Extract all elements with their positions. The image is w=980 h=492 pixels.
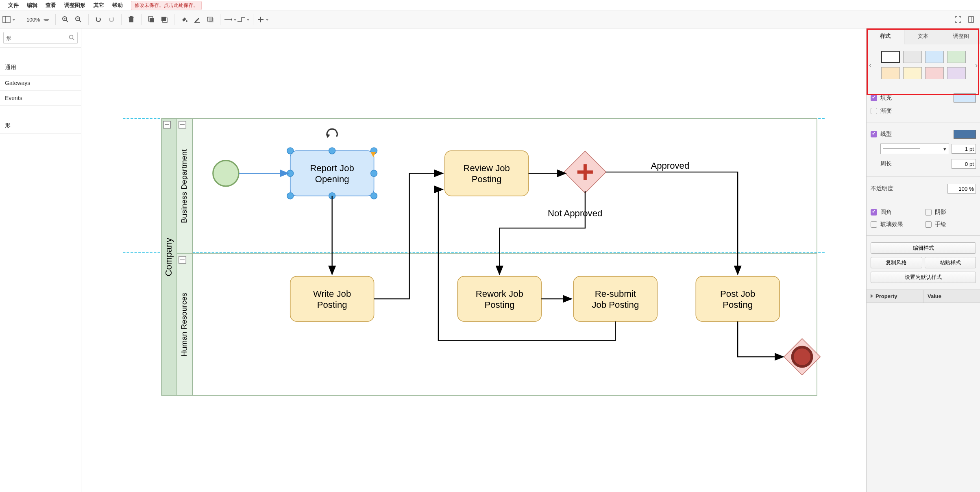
fill-checkbox[interactable] — [871, 95, 877, 101]
task-review-job-posting[interactable]: Review Job Posting — [445, 151, 529, 196]
rounded-checkbox[interactable] — [871, 209, 877, 216]
tab-arrange[interactable]: 调整图 — [942, 28, 980, 44]
menu-file[interactable]: 文件 — [4, 2, 23, 9]
shapes-panel: 通用 Gateways Events 形 — [0, 28, 81, 492]
view-mode-button[interactable] — [2, 14, 15, 25]
svg-point-50 — [371, 170, 377, 176]
line-style-select[interactable]: ▾ — [880, 144, 949, 154]
set-default-style-button[interactable]: 设置为默认样式 — [871, 272, 976, 283]
line-width-input[interactable] — [952, 144, 976, 154]
swatch-blue[interactable] — [925, 51, 944, 63]
undo-button[interactable] — [92, 14, 105, 25]
line-color-well[interactable] — [954, 130, 976, 139]
task-write-job-posting[interactable]: Write Job Posting — [290, 276, 374, 322]
swatch-purple[interactable] — [947, 67, 966, 79]
edge-approved-label: Approved — [651, 161, 689, 171]
task-resubmit-job-posting[interactable]: Re-submit Job Posting — [573, 276, 657, 322]
svg-line-3 — [66, 20, 68, 22]
chevron-down-icon — [12, 19, 15, 21]
sketch-checkbox[interactable] — [925, 221, 932, 228]
edit-style-button[interactable]: 编辑样式 — [871, 242, 976, 254]
search-icon[interactable] — [69, 35, 74, 41]
shadow-checkbox[interactable] — [925, 209, 932, 216]
swatch-green[interactable] — [947, 51, 966, 63]
to-back-button[interactable] — [158, 14, 171, 25]
chevron-down-icon — [233, 19, 237, 21]
task-rework-job-posting[interactable]: Rework Job Posting — [457, 276, 541, 322]
to-front-button[interactable] — [145, 14, 158, 25]
redo-button[interactable] — [105, 14, 118, 25]
insert-button[interactable] — [257, 14, 270, 25]
svg-rect-11 — [130, 16, 133, 17]
gradient-label: 渐变 — [880, 107, 892, 115]
svg-text:Post Job: Post Job — [720, 289, 755, 299]
shadow-button[interactable] — [204, 14, 217, 25]
svg-line-26 — [73, 39, 74, 40]
swatch-gray[interactable] — [903, 51, 922, 63]
line-checkbox[interactable] — [871, 131, 877, 137]
fill-color-well[interactable] — [954, 94, 976, 102]
edge-not-approved[interactable] — [499, 191, 585, 274]
svg-rect-69 — [696, 276, 780, 322]
svg-point-46 — [287, 148, 294, 154]
svg-rect-60 — [290, 276, 374, 322]
svg-line-7 — [79, 20, 81, 22]
menu-view[interactable]: 查看 — [41, 2, 60, 9]
svg-text:Write Job: Write Job — [313, 289, 351, 299]
delete-button[interactable] — [125, 14, 138, 25]
menu-help[interactable]: 帮助 — [108, 2, 127, 9]
swatch-white[interactable] — [881, 51, 900, 63]
category-general[interactable]: 通用 — [0, 60, 81, 76]
zoom-in-button[interactable] — [59, 14, 72, 25]
svg-text:Report Job: Report Job — [310, 163, 354, 173]
swatch-yellow[interactable] — [903, 67, 922, 79]
gradient-checkbox[interactable] — [871, 108, 877, 114]
rotate-handle-icon[interactable] — [326, 129, 337, 138]
task-post-job-posting[interactable]: Post Job Posting — [696, 276, 780, 322]
glass-checkbox[interactable] — [871, 221, 877, 228]
bpmn-end-event[interactable] — [784, 339, 821, 375]
svg-point-25 — [70, 35, 73, 39]
waypoint-button[interactable] — [237, 14, 250, 25]
perimeter-input[interactable] — [952, 159, 976, 169]
edge-post-to-end[interactable] — [738, 321, 783, 357]
zoom-select[interactable]: 100% — [22, 17, 52, 23]
swatch-prev-button[interactable]: ‹ — [868, 49, 872, 82]
swatch-red[interactable] — [925, 67, 944, 79]
swatch-next-button[interactable]: › — [974, 49, 978, 82]
tab-text[interactable]: 文本 — [904, 28, 942, 44]
svg-rect-66 — [573, 276, 657, 322]
bpmn-start-event[interactable] — [213, 161, 239, 186]
opacity-input[interactable] — [947, 184, 976, 194]
chevron-down-icon — [246, 19, 250, 21]
category-gateways[interactable]: Gateways — [0, 76, 81, 91]
edge-write-to-review[interactable] — [374, 173, 443, 299]
svg-text:Review Job: Review Job — [463, 163, 510, 173]
format-panel-toggle[interactable] — [965, 14, 978, 25]
menu-adjust[interactable]: 调整图形 — [60, 2, 89, 9]
copy-style-button[interactable]: 复制风格 — [871, 257, 922, 268]
tab-style[interactable]: 样式 — [867, 28, 904, 44]
bpmn-gateway[interactable] — [564, 151, 606, 193]
svg-text:Posting: Posting — [472, 174, 502, 184]
unsaved-warning[interactable]: 修改未保存。点击此处保存。 — [131, 1, 202, 10]
connection-button[interactable] — [224, 14, 237, 25]
swatch-orange[interactable] — [881, 67, 900, 79]
edge-approved[interactable] — [606, 172, 738, 274]
fullscreen-button[interactable] — [952, 14, 965, 25]
task-report-job-opening[interactable]: Report Job Opening — [287, 129, 377, 199]
menu-other[interactable]: 其它 — [89, 2, 108, 9]
canvas[interactable]: Company Business Department Human Resour… — [81, 28, 866, 492]
paste-style-button[interactable]: 粘贴样式 — [925, 257, 976, 268]
shape-search-input[interactable] — [3, 32, 78, 44]
menu-edit[interactable]: 编辑 — [23, 2, 41, 9]
category-shapes[interactable]: 形 — [0, 118, 81, 134]
fill-color-button[interactable] — [178, 14, 191, 25]
svg-text:Company: Company — [163, 237, 174, 276]
line-label: 线型 — [880, 131, 892, 138]
zoom-out-button[interactable] — [72, 14, 85, 25]
svg-text:Posting: Posting — [723, 300, 753, 310]
category-events[interactable]: Events — [0, 91, 81, 106]
line-color-button[interactable] — [191, 14, 204, 25]
properties-header[interactable]: Property Value — [867, 290, 980, 303]
